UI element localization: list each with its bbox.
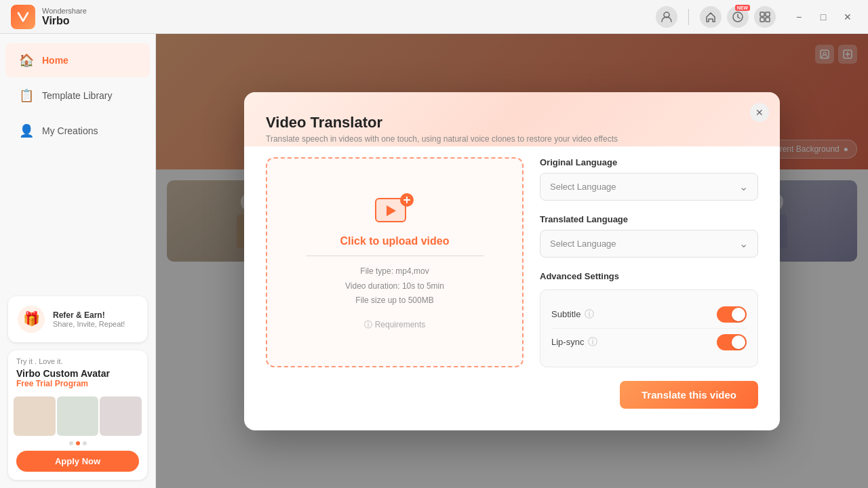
dot-indicators [8, 441, 147, 445]
translated-language-dropdown[interactable]: Select Language ⌄ [540, 230, 758, 258]
user-icon[interactable] [656, 6, 677, 28]
dot-1 [69, 441, 73, 445]
app-logo [11, 5, 35, 29]
divider [688, 9, 689, 25]
dot-3 [83, 441, 87, 445]
sidebar-item-creations-label: My Creations [42, 125, 98, 136]
app-name-label: Virbo [42, 15, 87, 27]
refer-text-block: Refer & Earn! Share, Invite, Repeat! [53, 310, 125, 328]
duration-info: Video duration: 10s to 5min [345, 279, 444, 294]
main-content: 🏠 Home 📋 Template Library 👤 My Creations [0, 34, 868, 488]
trial-img-3 [100, 396, 142, 436]
question-icon: ⓘ [364, 319, 372, 331]
sidebar-item-home[interactable]: 🏠 Home [5, 43, 150, 77]
sidebar-item-template-label: Template Library [42, 90, 113, 101]
svg-rect-6 [766, 18, 770, 22]
template-icon: 📋 [19, 88, 34, 103]
home-icon[interactable] [700, 6, 722, 28]
upload-video-icon [374, 193, 415, 227]
advanced-settings-title: Advanced Settings [540, 271, 758, 281]
trial-img-1 [14, 396, 56, 436]
modal-body: Click to upload video File type: mp4,mov… [266, 157, 758, 367]
app-window: Wondershare Virbo [0, 0, 868, 488]
main-panel: VIRBO [156, 34, 868, 488]
requirements-label: Requirements [375, 320, 426, 329]
minimize-button[interactable]: − [789, 7, 808, 26]
upload-area[interactable]: Click to upload video File type: mp4,mov… [266, 157, 524, 367]
apply-now-button[interactable]: Apply Now [16, 451, 139, 472]
refer-icon: 🎁 [16, 304, 46, 334]
video-translator-modal: ✕ Video Translator Translate speech in v… [244, 92, 780, 430]
file-type-info: File type: mp4,mov [345, 264, 444, 279]
sidebar-item-template-library[interactable]: 📋 Template Library [5, 79, 150, 113]
lipsync-label-text: Lip-sync [551, 337, 584, 347]
trial-img-2 [57, 396, 99, 436]
modal-overlay[interactable]: ✕ Video Translator Translate speech in v… [156, 34, 868, 488]
app-name: Wondershare Virbo [42, 7, 87, 27]
sidebar-nav: 🏠 Home 📋 Template Library 👤 My Creations [0, 34, 155, 157]
trial-subtitle: Free Trial Program [8, 379, 147, 394]
original-language-dropdown[interactable]: Select Language ⌄ [540, 173, 758, 201]
translated-language-placeholder: Select Language [550, 239, 616, 249]
trial-card-images [8, 394, 147, 441]
title-bar: Wondershare Virbo [0, 0, 868, 34]
translated-language-label: Translated Language [540, 214, 758, 224]
refer-title: Refer & Earn! [53, 310, 125, 320]
modal-title: Video Translator [266, 114, 758, 131]
modal-subtitle: Translate speech in videos with one touc… [266, 134, 758, 144]
svg-rect-0 [16, 9, 31, 24]
advanced-settings-box: Subtitle ⓘ Lip-sync ⓘ [540, 289, 758, 367]
requirements-link[interactable]: ⓘ Requirements [364, 319, 426, 331]
modal-close-button[interactable]: ✕ [750, 103, 769, 122]
dot-2 [76, 441, 80, 445]
settings-panel: Original Language Select Language ⌄ Tran… [540, 157, 758, 367]
sidebar: 🏠 Home 📋 Template Library 👤 My Creations [0, 34, 156, 488]
upload-divider [306, 256, 484, 256]
title-bar-left: Wondershare Virbo [11, 5, 87, 29]
svg-text:🎁: 🎁 [23, 310, 40, 327]
creations-icon: 👤 [19, 123, 34, 138]
subtitle-info-icon[interactable]: ⓘ [585, 308, 594, 321]
upload-label: Click to upload video [340, 235, 450, 247]
refer-subtitle: Share, Invite, Repeat! [53, 320, 125, 328]
lipsync-label: Lip-sync ⓘ [551, 336, 597, 348]
home-nav-icon: 🏠 [19, 53, 34, 68]
close-button[interactable]: ✕ [838, 7, 857, 26]
upload-info: File type: mp4,mov Video duration: 10s t… [345, 264, 444, 308]
brand-label: Wondershare [42, 7, 87, 15]
svg-rect-4 [766, 12, 770, 16]
subtitle-setting-row: Subtitle ⓘ [551, 301, 747, 328]
subtitle-label: Subtitle ⓘ [551, 308, 594, 321]
lipsync-info-icon[interactable]: ⓘ [588, 336, 597, 348]
grid-icon[interactable] [754, 6, 776, 28]
lipsync-toggle[interactable] [717, 334, 747, 350]
refer-card[interactable]: 🎁 Refer & Earn! Share, Invite, Repeat! [8, 296, 147, 342]
trial-try-label: Try it . Love it. [8, 350, 147, 368]
title-bar-right: NEW − □ ✕ [656, 6, 857, 28]
trial-card: Try it . Love it. Virbo Custom Avatar Fr… [8, 350, 147, 480]
translated-dropdown-arrow: ⌄ [739, 237, 748, 250]
svg-rect-5 [760, 18, 764, 22]
original-language-label: Original Language [540, 157, 758, 167]
original-language-placeholder: Select Language [550, 182, 616, 192]
sidebar-bottom: 🎁 Refer & Earn! Share, Invite, Repeat! T… [0, 288, 155, 488]
trial-title: Virbo Custom Avatar [8, 368, 147, 379]
new-badge: NEW [735, 5, 750, 11]
subtitle-toggle[interactable] [717, 306, 747, 323]
maximize-button[interactable]: □ [814, 7, 833, 26]
sidebar-item-my-creations[interactable]: 👤 My Creations [5, 114, 150, 148]
lipsync-setting-row: Lip-sync ⓘ [551, 328, 747, 356]
size-info: File size up to 500MB [345, 293, 444, 308]
sidebar-item-home-label: Home [42, 55, 68, 66]
subtitle-label-text: Subtitle [551, 309, 580, 319]
svg-rect-3 [760, 12, 764, 16]
translate-button[interactable]: Translate this video [620, 381, 758, 409]
window-controls: − □ ✕ [789, 7, 857, 26]
modal-footer: Translate this video [266, 381, 758, 409]
original-dropdown-arrow: ⌄ [739, 180, 748, 193]
history-icon[interactable]: NEW [727, 6, 749, 28]
